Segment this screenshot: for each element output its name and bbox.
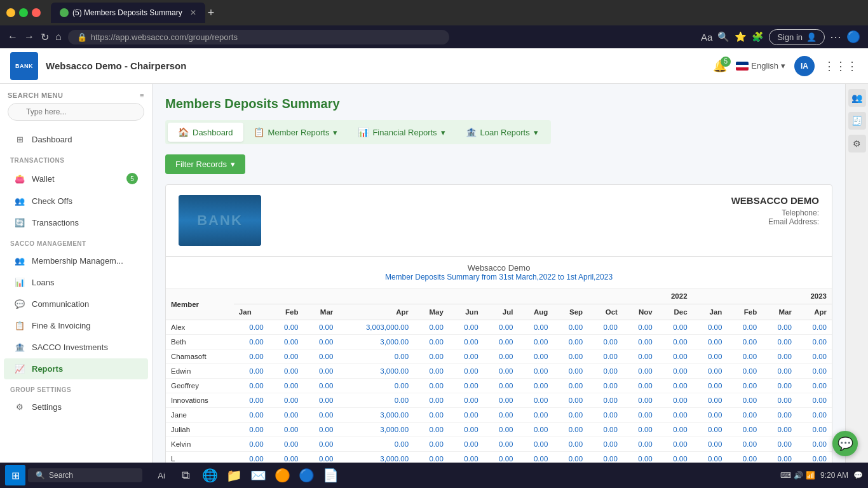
value-cell: 0.00 xyxy=(484,364,519,379)
taskbar-task-view[interactable]: ⧉ xyxy=(174,464,197,487)
minimize-button[interactable] xyxy=(6,8,15,17)
table-row: Geoffrey0.000.000.000.000.000.000.000.00… xyxy=(166,379,832,393)
value-cell: 0.00 xyxy=(762,393,797,408)
taskbar-explorer-icon[interactable]: 📁 xyxy=(222,464,245,487)
right-panel-icon-1[interactable]: 👥 xyxy=(848,89,866,107)
value-cell: 0.00 xyxy=(518,349,553,364)
taskbar-ai-icon[interactable]: Ai xyxy=(150,464,173,487)
zoom-icon[interactable]: 🔍 xyxy=(717,31,729,43)
value-cell: 0.00 xyxy=(658,393,693,408)
taskbar-browser-icon[interactable]: 🌐 xyxy=(198,464,221,487)
reader-icon[interactable]: Aa xyxy=(701,32,712,43)
sidebar-item-invoicing[interactable]: 📋 Fine & Invoicing xyxy=(4,315,148,336)
value-cell: 0.00 xyxy=(414,320,449,335)
value-cell: 0.00 xyxy=(484,423,519,437)
language-selector[interactable]: English ▾ xyxy=(736,61,785,71)
value-cell: 0.00 xyxy=(762,437,797,452)
sidebar-item-transactions[interactable]: 🔄 Transactions xyxy=(4,212,148,233)
value-cell: 0.00 xyxy=(484,335,519,349)
star-icon[interactable]: ⭐ xyxy=(735,31,747,43)
sidebar-item-investments[interactable]: 🏦 SACCO Investments xyxy=(4,337,148,358)
right-panel-icon-2[interactable]: 🧾 xyxy=(848,112,866,130)
sys-icon-1[interactable]: ⌨ xyxy=(780,471,791,480)
back-button[interactable]: ← xyxy=(8,31,18,43)
sys-icon-3[interactable]: 📶 xyxy=(806,471,815,480)
sidebar-item-label: Wallet xyxy=(32,174,55,184)
grid-icon[interactable]: ⋮⋮⋮ xyxy=(824,59,858,73)
sidebar-search-input[interactable] xyxy=(8,103,144,121)
taskbar-app3-icon[interactable]: 📄 xyxy=(319,464,342,487)
more-options-icon[interactable]: ⋯ xyxy=(830,30,841,44)
value-cell: 0.00 xyxy=(234,335,269,349)
taskbar-app2-icon[interactable]: 🔵 xyxy=(295,464,318,487)
taskbar-clock: 9:20 AM xyxy=(820,471,848,480)
sidebar: SEARCH MENU ≡ 🔍 ⊞ Dashboard TRANSACTIONS… xyxy=(0,84,153,488)
sidebar-item-reports[interactable]: 📈 Reports xyxy=(4,358,148,379)
maximize-button[interactable] xyxy=(19,8,28,17)
sidebar-item-label: Communication xyxy=(32,299,89,309)
value-cell: 0.00 xyxy=(414,437,449,452)
sign-in-button[interactable]: Sign in 👤 xyxy=(769,29,825,45)
sidebar-item-checkoffs[interactable]: 👥 Check Offs xyxy=(4,191,148,212)
search-label: Search xyxy=(49,471,73,480)
value-cell: 0.00 xyxy=(553,408,588,423)
value-cell: 0.00 xyxy=(234,437,269,452)
right-panel-icon-3[interactable]: ⚙ xyxy=(848,135,866,152)
sidebar-item-settings[interactable]: ⚙ Settings xyxy=(4,396,148,417)
sidebar-item-communication[interactable]: 💬 Communication xyxy=(4,294,148,315)
url-box[interactable]: 🔒 https://app.websacco.com/group/reports xyxy=(68,30,449,44)
extensions-icon[interactable]: 🧩 xyxy=(752,31,764,43)
value-cell: 0.00 xyxy=(338,393,414,408)
sidebar-item-wallet[interactable]: 👛 Wallet 5 xyxy=(4,167,148,190)
notification-button[interactable]: 🔔 5 xyxy=(713,59,727,73)
report-tabs: 🏠 Dashboard 📋 Member Reports ▾ 📊 Financi… xyxy=(165,120,551,144)
value-cell: 0.00 xyxy=(518,423,553,437)
filter-records-button[interactable]: Filter Records ▾ xyxy=(165,154,245,174)
tab-dashboard[interactable]: 🏠 Dashboard xyxy=(168,123,243,142)
notification-center-icon[interactable]: 💬 xyxy=(853,471,863,480)
member-name-cell: Chamasoft xyxy=(166,349,234,364)
refresh-button[interactable]: ↻ xyxy=(41,31,49,43)
taskbar-sys-icons: ⌨ 🔊 📶 xyxy=(780,471,815,480)
value-cell: 0.00 xyxy=(414,364,449,379)
tab-loan-reports[interactable]: 🏦 Loan Reports ▾ xyxy=(456,123,548,142)
month-header-feb: Feb xyxy=(269,304,304,320)
tab-title: (5) Members Deposits Summary xyxy=(72,8,182,17)
member-reports-tab-icon: 📋 xyxy=(254,127,264,137)
sidebar-menu-icon[interactable]: ≡ xyxy=(140,92,144,99)
home-button[interactable]: ⌂ xyxy=(55,31,62,43)
value-cell: 0.00 xyxy=(518,437,553,452)
forward-button[interactable]: → xyxy=(24,31,34,43)
sidebar-item-membership[interactable]: 👥 Membership Managem... xyxy=(4,250,148,271)
value-cell: 0.00 xyxy=(303,335,338,349)
value-cell: 0.00 xyxy=(727,408,762,423)
start-button[interactable]: ⊞ xyxy=(5,465,25,485)
close-button[interactable] xyxy=(32,8,41,17)
user-avatar[interactable]: IA xyxy=(794,56,815,76)
month-header-mar: Mar xyxy=(762,304,797,320)
value-cell: 0.00 xyxy=(449,335,484,349)
taskbar-app1-icon[interactable]: 🟠 xyxy=(271,464,294,487)
taskbar-search[interactable]: 🔍 Search xyxy=(28,468,142,482)
sidebar-item-dashboard[interactable]: ⊞ Dashboard xyxy=(4,129,148,150)
value-cell: 0.00 xyxy=(797,364,832,379)
tab-member-reports[interactable]: 📋 Member Reports ▾ xyxy=(243,123,348,142)
value-cell: 0.00 xyxy=(414,379,449,393)
month-header-aug: Aug xyxy=(518,304,553,320)
tab-close-icon[interactable]: ✕ xyxy=(190,8,196,17)
value-cell: 0.00 xyxy=(484,379,519,393)
value-cell: 0.00 xyxy=(414,393,449,408)
value-cell: 0.00 xyxy=(658,423,693,437)
value-cell: 0.00 xyxy=(303,320,338,335)
sidebar-item-loans[interactable]: 📊 Loans xyxy=(4,272,148,293)
value-cell: 0.00 xyxy=(693,335,728,349)
tab-financial-reports[interactable]: 📊 Financial Reports ▾ xyxy=(348,123,455,142)
add-tab-button[interactable]: + xyxy=(208,6,215,20)
value-cell: 0.00 xyxy=(623,349,658,364)
active-tab[interactable]: (5) Members Deposits Summary ✕ xyxy=(51,3,205,23)
subtitle-sub: Member Deposits Summary from 31st March,… xyxy=(172,273,825,281)
support-widget[interactable]: 💬 xyxy=(832,431,858,456)
taskbar-mail-icon[interactable]: ✉️ xyxy=(247,464,269,487)
filter-label: Filter Records xyxy=(175,159,227,169)
sys-icon-2[interactable]: 🔊 xyxy=(794,471,803,480)
